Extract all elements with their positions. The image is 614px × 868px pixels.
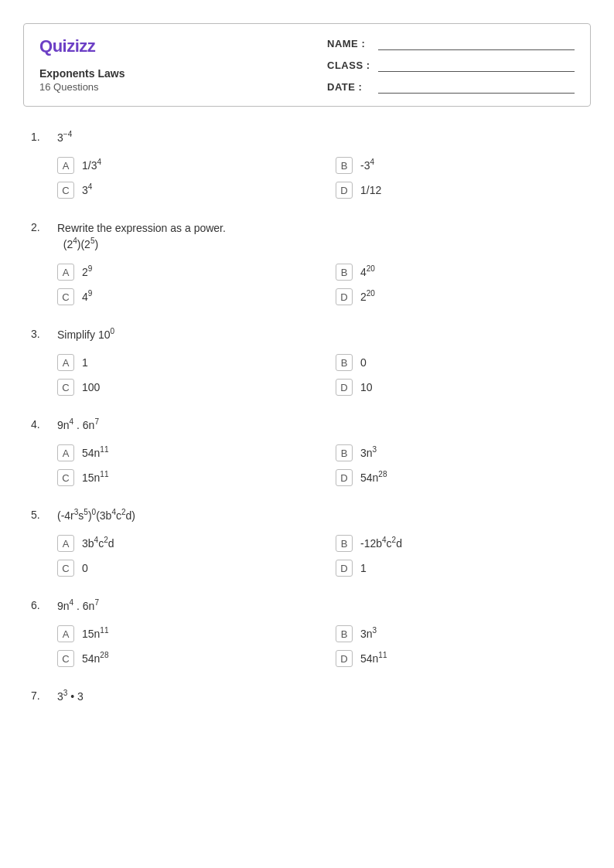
option-3a-label: A	[57, 354, 74, 371]
option-1b-label: B	[336, 157, 353, 174]
option-3d-label: D	[336, 379, 353, 396]
option-4b-label: B	[336, 444, 353, 461]
question-3-header: 3. Simplify 100	[31, 327, 583, 343]
question-5-number: 5.	[31, 508, 49, 521]
option-5d-text: 1	[360, 562, 367, 574]
option-1c-label: C	[57, 182, 74, 199]
header-box: Quizizz Exponents Laws 16 Questions NAME…	[23, 23, 591, 107]
option-3a-text: 1	[82, 356, 88, 369]
option-5a-text: 3b4c2d	[82, 537, 114, 550]
option-6b-text: 3n3	[360, 628, 377, 640]
option-3b-text: 0	[360, 356, 367, 369]
questions-area: 1. 3−4 A 1/34 B -34 C 34 D 1/12	[23, 130, 591, 705]
date-label: DATE :	[327, 81, 374, 93]
option-6a-text: 15n11	[82, 628, 108, 640]
option-5b: B -12b4c2d	[336, 535, 583, 552]
header-left: Quizizz Exponents Laws 16 Questions	[39, 36, 125, 93]
option-2d: D 220	[336, 288, 583, 305]
option-4a-label: A	[57, 444, 74, 461]
option-6d-label: D	[336, 650, 353, 667]
question-4-header: 4. 9n4 . 6n7	[31, 417, 583, 434]
option-5c-text: 0	[82, 562, 88, 574]
option-5b-label: B	[336, 535, 353, 552]
option-3b: B 0	[336, 354, 583, 371]
option-3d-text: 10	[360, 381, 373, 393]
option-2a: A 29	[57, 264, 305, 281]
option-6a: A 15n11	[57, 625, 305, 642]
question-3-number: 3.	[31, 327, 49, 340]
option-2a-text: 29	[82, 266, 92, 278]
option-2b-label: B	[336, 264, 353, 281]
option-3c: C 100	[57, 379, 305, 396]
option-6c-text: 54n28	[82, 652, 108, 665]
question-2: 2. Rewrite the expression as a power. (2…	[31, 220, 583, 305]
option-4d-label: D	[336, 469, 353, 486]
question-6-header: 6. 9n4 . 6n7	[31, 598, 583, 614]
option-5d: D 1	[336, 560, 583, 577]
option-6b-label: B	[336, 625, 353, 642]
option-1a-text: 1/34	[82, 159, 101, 172]
option-1b: B -34	[336, 157, 583, 174]
option-5c: C 0	[57, 560, 305, 577]
option-4b-text: 3n3	[360, 447, 377, 459]
question-2-text: Rewrite the expression as a power. (24)(…	[57, 220, 226, 253]
option-6d-text: 54n11	[360, 652, 387, 665]
option-1d: D 1/12	[336, 182, 583, 199]
option-3a: A 1	[57, 354, 305, 371]
option-6d: D 54n11	[336, 650, 583, 667]
option-6b: B 3n3	[336, 625, 583, 642]
question-2-options: A 29 B 420 C 49 D 220	[57, 264, 583, 305]
question-2-number: 2.	[31, 220, 49, 233]
option-1c-text: 34	[82, 184, 92, 196]
option-4b: B 3n3	[336, 444, 583, 461]
option-2c-label: C	[57, 288, 74, 305]
question-3: 3. Simplify 100 A 1 B 0 C 100 D 10	[31, 327, 583, 396]
class-label: CLASS :	[327, 60, 374, 71]
logo-text: uizizz	[53, 36, 96, 56]
option-4c: C 15n11	[57, 469, 305, 486]
date-row: DATE :	[327, 80, 575, 94]
question-7: 7. 33 • 3	[31, 689, 583, 705]
question-2-header: 2. Rewrite the expression as a power. (2…	[31, 220, 583, 253]
class-line	[378, 58, 575, 72]
quiz-title: Exponents Laws	[39, 67, 125, 80]
question-3-options: A 1 B 0 C 100 D 10	[57, 354, 583, 396]
option-5a: A 3b4c2d	[57, 535, 305, 552]
option-4c-label: C	[57, 469, 74, 486]
option-2d-label: D	[336, 288, 353, 305]
question-6-number: 6.	[31, 598, 49, 611]
question-1-options: A 1/34 B -34 C 34 D 1/12	[57, 157, 583, 199]
question-5-text: (-4r3s5)0(3b4c2d)	[57, 508, 135, 524]
question-7-number: 7.	[31, 689, 49, 702]
option-2d-text: 220	[360, 291, 375, 303]
option-3b-label: B	[336, 354, 353, 371]
option-2c: C 49	[57, 288, 305, 305]
question-4-number: 4.	[31, 417, 49, 431]
class-row: CLASS :	[327, 58, 575, 72]
option-3c-label: C	[57, 379, 74, 396]
option-6c-label: C	[57, 650, 74, 667]
option-5d-label: D	[336, 560, 353, 577]
quiz-questions: 16 Questions	[39, 81, 125, 93]
option-2a-label: A	[57, 264, 74, 281]
question-6-options: A 15n11 B 3n3 C 54n28 D 54n11	[57, 625, 583, 667]
header-right: NAME : CLASS : DATE :	[327, 36, 575, 94]
question-4: 4. 9n4 . 6n7 A 54n11 B 3n3 C 15n11 D	[31, 417, 583, 486]
option-5c-label: C	[57, 560, 74, 577]
option-4c-text: 15n11	[82, 471, 108, 484]
option-1b-text: -34	[360, 159, 374, 172]
option-2c-text: 49	[82, 291, 92, 303]
option-4d: D 54n28	[336, 469, 583, 486]
option-1d-text: 1/12	[360, 184, 381, 196]
question-5-header: 5. (-4r3s5)0(3b4c2d)	[31, 508, 583, 524]
option-3d: D 10	[336, 379, 583, 396]
question-1-number: 1.	[31, 130, 49, 143]
name-line	[378, 36, 575, 50]
date-line	[378, 80, 575, 94]
question-7-text: 33 • 3	[57, 689, 84, 705]
question-5-options: A 3b4c2d B -12b4c2d C 0 D 1	[57, 535, 583, 577]
logo-icon: Q	[39, 36, 53, 56]
option-6a-label: A	[57, 625, 74, 642]
option-5a-label: A	[57, 535, 74, 552]
page: Quizizz Exponents Laws 16 Questions NAME…	[0, 0, 614, 868]
